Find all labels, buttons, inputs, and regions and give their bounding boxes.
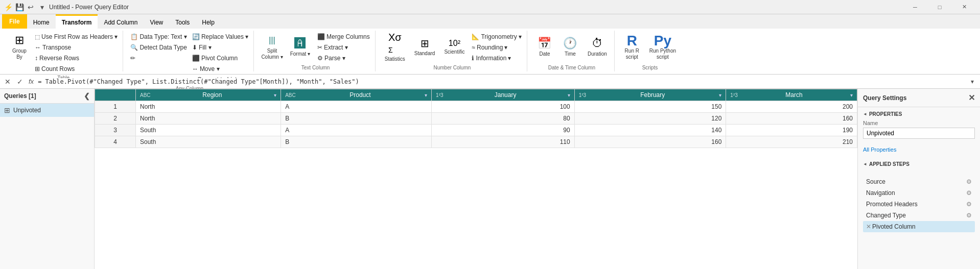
pivot-column-button[interactable]: ⬛ Pivot Column [190, 53, 251, 63]
information-button[interactable]: ℹ Information ▾ [470, 53, 524, 63]
applied-step-changed-type[interactable]: Changed Type⚙ [863, 210, 975, 221]
region-filter-button[interactable]: ▾ [274, 92, 276, 98]
merge-columns-button[interactable]: ⬛ Merge Columns [315, 32, 372, 42]
product-col-name: Product [349, 91, 370, 99]
data-area[interactable]: ABC Region ▾ ABC Product ▾ [95, 89, 857, 269]
table-row[interactable]: 3 South A 90 140 190 [95, 125, 857, 136]
applied-step-pivoted-column[interactable]: ✕Pivoted Column [863, 221, 975, 232]
column-header-february[interactable]: 1²3 February ▾ [574, 89, 726, 101]
undo-icon[interactable]: ↩ [27, 3, 35, 11]
extract-button[interactable]: ✂ Extract ▾ [315, 42, 372, 53]
cell-february: 140 [574, 125, 726, 136]
window-title: Untitled - Power Query Editor [49, 4, 129, 11]
step-gear-icon[interactable]: ⚙ [966, 212, 972, 219]
scientific-button[interactable]: 10² Scientific [440, 32, 469, 62]
parse-button[interactable]: ⚙ Parse ▾ [315, 53, 372, 63]
column-header-march[interactable]: 1²3 March ▾ [726, 89, 857, 101]
rounding-button[interactable]: ≈ Rounding ▾ [470, 42, 524, 53]
transpose-icon: ↔ [35, 44, 41, 51]
information-label: Information [476, 55, 506, 62]
table-row[interactable]: 1 North A 100 150 200 [95, 101, 857, 113]
minimize-button[interactable]: ─ [903, 0, 927, 14]
standard-button[interactable]: ⊞ Standard [410, 32, 439, 62]
step-gear-icon[interactable]: ⚙ [966, 189, 972, 197]
number-col-col: 📐 Trigonometry ▾ ≈ Rounding ▾ ℹ Informat… [470, 32, 524, 63]
trigonometry-button[interactable]: 📐 Trigonometry ▾ [470, 32, 524, 42]
step-name: Changed Type [866, 212, 966, 219]
data-type-button[interactable]: 📋 Data Type: Text ▾ [128, 32, 189, 42]
march-filter-button[interactable]: ▾ [850, 92, 853, 98]
date-button[interactable]: 📅 Date [532, 32, 557, 62]
cell-product: B [281, 136, 432, 148]
tab-transform[interactable]: Transform [56, 14, 98, 29]
step-gear-icon[interactable]: ⚙ [966, 201, 972, 208]
time-button[interactable]: 🕐 Time [558, 32, 582, 62]
rounding-icon: ≈ [472, 44, 475, 51]
applied-step-source[interactable]: Source⚙ [863, 176, 975, 187]
cell-february: 160 [574, 136, 726, 148]
datetime-label: Date & Time Column [548, 64, 595, 70]
detect-label: Detect Data Type [139, 44, 187, 51]
product-filter-button[interactable]: ▾ [425, 92, 427, 98]
format-button[interactable]: 🅰 Format ▾ [286, 32, 314, 62]
formula-cancel-button[interactable]: ✕ [2, 76, 13, 87]
replace-values-button[interactable]: 🔄 Replace Values ▾ [190, 32, 251, 42]
text-col-col: ⬛ Merge Columns ✂ Extract ▾ ⚙ Parse ▾ [315, 32, 372, 63]
detect-data-type-button[interactable]: 🔍 Detect Data Type [128, 42, 189, 53]
close-button[interactable]: ✕ [952, 0, 976, 14]
january-filter-button[interactable]: ▾ [568, 92, 570, 98]
query-name-input[interactable] [863, 128, 975, 139]
statistics-button[interactable]: XσΣ Statistics [381, 32, 409, 62]
table-row[interactable]: 2 North B 80 120 160 [95, 113, 857, 125]
cell-product: B [281, 113, 432, 125]
transpose-button[interactable]: ↔ Transpose [33, 42, 120, 53]
maximize-button[interactable]: □ [928, 0, 951, 14]
tab-home[interactable]: Home [27, 14, 56, 29]
move-button[interactable]: ↔ Move ▾ [190, 64, 251, 74]
rename-button[interactable]: ✏ [128, 53, 189, 63]
formula-expand-button[interactable]: ▾ [967, 76, 978, 87]
tab-tools[interactable]: Tools [169, 14, 196, 29]
february-filter-button[interactable]: ▾ [719, 92, 721, 98]
march-type-icon: 1²3 [730, 92, 737, 98]
step-delete-icon[interactable]: ✕ [866, 223, 871, 230]
column-header-product[interactable]: ABC Product ▾ [281, 89, 432, 101]
query-settings-close-button[interactable]: ✕ [968, 93, 975, 103]
fill-button[interactable]: ⬇ Fill ▾ [190, 42, 251, 53]
scripts-content: R Run Rscript Py Run Pythonscript [620, 32, 680, 64]
ribbon-group-table: ⊞ GroupBy ⬚ Use First Row as Headers ▾ ↔… [4, 31, 123, 71]
step-gear-icon[interactable]: ⚙ [966, 178, 972, 185]
run-python-button[interactable]: Py Run Pythonscript [645, 32, 680, 62]
cell-february: 150 [574, 101, 726, 113]
query-settings-panel: Query Settings ✕ PROPERTIES Name All Pro… [857, 89, 980, 269]
formula-input[interactable] [38, 78, 965, 85]
group-by-button[interactable]: ⊞ GroupBy [7, 32, 32, 62]
run-r-button[interactable]: R Run Rscript [620, 32, 644, 62]
tab-view[interactable]: View [144, 14, 169, 29]
column-header-region[interactable]: ABC Region ▾ [136, 89, 281, 101]
all-properties-link[interactable]: All Properties [863, 146, 896, 153]
table-row[interactable]: 4 South B 110 160 210 [95, 136, 857, 148]
ribbon-group-any-column: 📋 Data Type: Text ▾ 🔍 Detect Data Type ✏… [125, 31, 254, 71]
applied-step-promoted-headers[interactable]: Promoted Headers⚙ [863, 199, 975, 210]
query-item-unpivoted[interactable]: ⊞ Unpivoted [0, 104, 94, 117]
tab-file[interactable]: File [2, 14, 27, 29]
formula-confirm-button[interactable]: ✓ [14, 76, 26, 87]
split-column-button[interactable]: ⫼ SplitColumn ▾ [259, 32, 285, 62]
statistics-icon: XσΣ [388, 32, 402, 55]
any-col-col2: 🔄 Replace Values ▾ ⬇ Fill ▾ ⬛ Pivot Colu… [190, 32, 251, 85]
dropdown-icon[interactable]: ▾ [38, 3, 46, 11]
sidebar-collapse-button[interactable]: ❮ [84, 92, 90, 100]
cell-january: 110 [432, 136, 575, 148]
reverse-rows-button[interactable]: ↕ Reverse Rows [33, 53, 120, 63]
ribbon-group-number-column: XσΣ Statistics ⊞ Standard 10² Scientific… [378, 31, 527, 71]
text-column-content: ⫼ SplitColumn ▾ 🅰 Format ▾ ⬛ Merge Colum… [259, 32, 371, 64]
column-header-january[interactable]: 1²3 January ▾ [432, 89, 575, 101]
tab-help[interactable]: Help [196, 14, 221, 29]
save-icon[interactable]: 💾 [15, 3, 24, 11]
count-rows-button[interactable]: ⊞ Count Rows [33, 64, 120, 74]
tab-add-column[interactable]: Add Column [98, 14, 144, 29]
applied-step-navigation[interactable]: Navigation⚙ [863, 187, 975, 199]
use-first-row-button[interactable]: ⬚ Use First Row as Headers ▾ [33, 32, 120, 42]
duration-button[interactable]: ⏱ Duration [584, 32, 611, 62]
